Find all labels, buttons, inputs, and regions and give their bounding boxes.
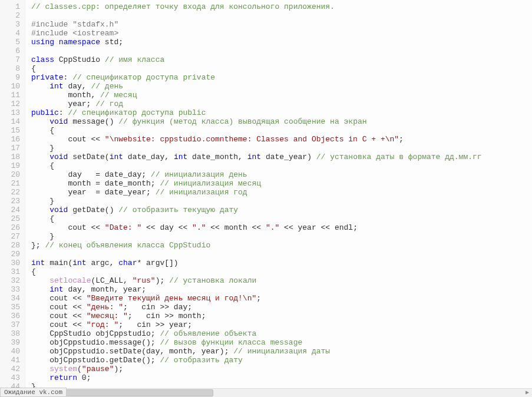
code-line: { xyxy=(31,267,532,276)
line-number: 16 xyxy=(2,135,20,144)
line-number: 20 xyxy=(2,170,20,179)
line-number: 2 xyxy=(2,11,20,20)
line-number: 23 xyxy=(2,197,20,206)
code-line: int day, // день xyxy=(31,82,532,91)
code-line: objCppstudio.message(); // вызов функции… xyxy=(31,338,532,347)
code-line: return 0; xyxy=(31,373,532,382)
line-number: 26 xyxy=(2,223,20,232)
line-number: 14 xyxy=(2,117,20,126)
line-number: 9 xyxy=(2,73,20,82)
line-number: 30 xyxy=(2,259,20,267)
code-line: month, // месяц xyxy=(31,91,532,100)
code-line xyxy=(31,250,532,259)
horizontal-scrollbar[interactable]: ▶ xyxy=(0,388,532,393)
code-editor: 1234567891011121314151617181920212223242… xyxy=(0,0,532,393)
code-line: cout << "\nwebsite: cppstudio.comntheme:… xyxy=(31,135,532,144)
code-line: void message() // функция (метод класса)… xyxy=(31,117,532,126)
line-number: 21 xyxy=(2,179,20,188)
line-number: 3 xyxy=(2,20,20,29)
code-line: cout << "Введите текущий день месяц и го… xyxy=(31,294,532,303)
line-number: 10 xyxy=(2,82,20,91)
code-line: public: // спецификатор доступа public xyxy=(31,108,532,117)
code-line: { xyxy=(31,126,532,135)
line-number: 22 xyxy=(2,188,20,197)
line-number: 17 xyxy=(2,144,20,153)
code-line: year; // год xyxy=(31,100,532,108)
line-number: 25 xyxy=(2,214,20,223)
line-number-gutter: 1234567891011121314151617181920212223242… xyxy=(0,0,25,393)
code-line: void setDate(int date_day, int date_mont… xyxy=(31,153,532,161)
line-number: 37 xyxy=(2,320,20,329)
line-number: 12 xyxy=(2,100,20,108)
code-line: class CppStudio // имя класса xyxy=(31,55,532,64)
code-line: int day, month, year; xyxy=(31,285,532,294)
code-line: { xyxy=(31,161,532,170)
code-line: cout << "день: "; cin >> day; xyxy=(31,303,532,312)
line-number: 15 xyxy=(2,126,20,135)
line-number: 8 xyxy=(2,64,20,73)
code-line: #include <iostream> xyxy=(31,29,532,38)
line-number: 38 xyxy=(2,329,20,338)
line-number: 5 xyxy=(2,38,20,47)
line-number: 11 xyxy=(2,91,20,100)
line-number: 42 xyxy=(2,365,20,373)
line-number: 31 xyxy=(2,267,20,276)
code-line: int main(int argc, char* argv[]) xyxy=(31,259,532,267)
status-text: Ожидание vk.com xyxy=(4,389,62,393)
line-number: 41 xyxy=(2,356,20,365)
code-line: { xyxy=(31,214,532,223)
code-area[interactable]: // classes.cpp: определяет точку входа д… xyxy=(25,0,532,393)
code-line: cout << "месяц: "; cin >> month; xyxy=(31,312,532,320)
code-line: year = date_year; // инициализация год xyxy=(31,188,532,197)
code-line: } xyxy=(31,197,532,206)
code-line: setlocale(LC_ALL, "rus"); // установка л… xyxy=(31,276,532,285)
line-number: 13 xyxy=(2,108,20,117)
line-number: 28 xyxy=(2,241,20,250)
status-bar: Ожидание vk.com xyxy=(0,388,67,393)
code-line: } xyxy=(31,144,532,153)
code-line: system("pause"); xyxy=(31,365,532,373)
code-line: CppStudio objCppstudio; // объявление об… xyxy=(31,329,532,338)
code-line: cout << "Date: " << day << "." << month … xyxy=(31,223,532,232)
code-line: day = date_day; // инициализация день xyxy=(31,170,532,179)
line-number: 32 xyxy=(2,276,20,285)
code-line: private: // спецификатор доступа private xyxy=(31,73,532,82)
code-line: objCppstudio.setDate(day, month, year); … xyxy=(31,347,532,356)
line-number: 40 xyxy=(2,347,20,356)
scroll-right-arrow-icon[interactable]: ▶ xyxy=(524,389,531,393)
line-number: 1 xyxy=(2,2,20,11)
line-number: 39 xyxy=(2,338,20,347)
line-number: 19 xyxy=(2,161,20,170)
code-line: cout << "год: "; cin >> year; xyxy=(31,320,532,329)
line-number: 36 xyxy=(2,312,20,320)
line-number: 33 xyxy=(2,285,20,294)
line-number: 43 xyxy=(2,373,20,382)
code-line: using namespace std; xyxy=(31,38,532,47)
line-number: 7 xyxy=(2,55,20,64)
code-line: // classes.cpp: определяет точку входа д… xyxy=(31,2,532,11)
code-line: void getDate() // отобразить текущую дат… xyxy=(31,206,532,214)
code-line xyxy=(31,11,532,20)
line-number: 35 xyxy=(2,303,20,312)
code-line: month = date_month; // инициализация мес… xyxy=(31,179,532,188)
code-line: objCppstudio.getDate(); // отобразить да… xyxy=(31,356,532,365)
code-line: }; // конец объявления класса CppStudio xyxy=(31,241,532,250)
line-number: 29 xyxy=(2,250,20,259)
line-number: 18 xyxy=(2,153,20,161)
line-number: 6 xyxy=(2,47,20,55)
code-line: #include "stdafx.h" xyxy=(31,20,532,29)
code-line: } xyxy=(31,232,532,241)
code-line xyxy=(31,47,532,55)
line-number: 4 xyxy=(2,29,20,38)
line-number: 34 xyxy=(2,294,20,303)
code-line: { xyxy=(31,64,532,73)
line-number: 27 xyxy=(2,232,20,241)
line-number: 24 xyxy=(2,206,20,214)
